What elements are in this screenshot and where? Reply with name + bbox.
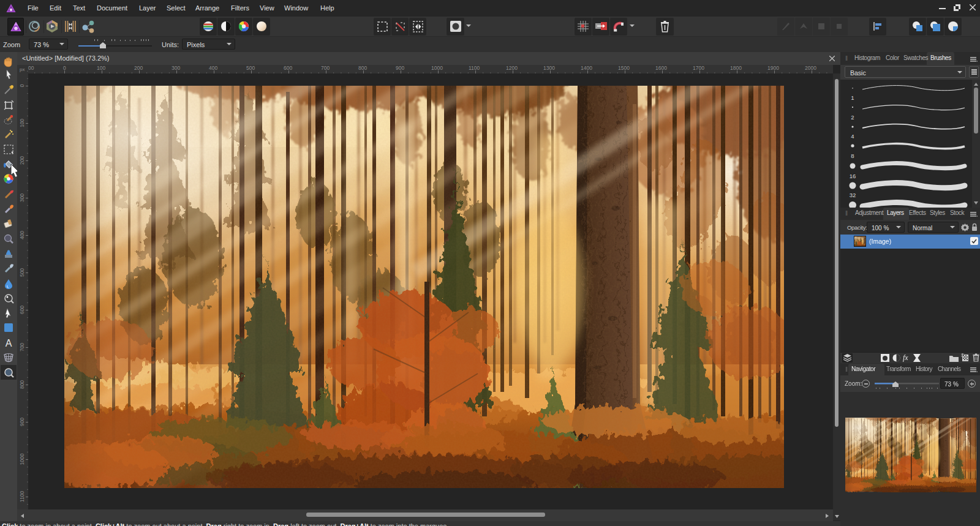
svg-text:1200: 1200	[506, 65, 518, 71]
svg-text:2: 2	[851, 114, 854, 121]
svg-text:1000: 1000	[431, 65, 443, 71]
svg-text:0: 0	[63, 65, 66, 71]
svg-text:1100: 1100	[469, 65, 480, 71]
svg-text:700: 700	[19, 343, 25, 351]
svg-text:8: 8	[851, 152, 854, 159]
svg-text:2000: 2000	[805, 65, 816, 71]
svg-text:1800: 1800	[730, 65, 742, 71]
svg-text:4: 4	[851, 133, 854, 140]
svg-text:1900: 1900	[767, 65, 779, 71]
svg-text:200: 200	[19, 156, 25, 165]
svg-text:100: 100	[19, 119, 25, 127]
svg-text:0: 0	[19, 84, 25, 87]
svg-text:500: 500	[19, 268, 25, 277]
svg-text:A: A	[6, 338, 12, 348]
svg-text:700: 700	[321, 65, 330, 71]
svg-text:1500: 1500	[618, 65, 630, 71]
svg-text:200: 200	[134, 65, 143, 71]
svg-text:300: 300	[172, 65, 180, 71]
svg-text:1300: 1300	[543, 65, 555, 71]
svg-text:400: 400	[209, 65, 217, 71]
svg-text:1100: 1100	[19, 491, 25, 503]
svg-text:1000: 1000	[19, 453, 25, 465]
svg-text:600: 600	[19, 306, 25, 314]
svg-text:400: 400	[19, 231, 25, 239]
svg-text:600: 600	[284, 65, 292, 71]
svg-text:800: 800	[19, 380, 25, 389]
svg-text:800: 800	[358, 65, 367, 71]
svg-text:1600: 1600	[655, 65, 667, 71]
svg-text:900: 900	[396, 65, 404, 71]
svg-text:1700: 1700	[693, 65, 704, 71]
svg-text:100: 100	[97, 65, 105, 71]
svg-text:300: 300	[19, 193, 25, 202]
svg-text:900: 900	[19, 418, 25, 426]
svg-text:16: 16	[850, 173, 856, 179]
svg-text:00: 00	[28, 65, 34, 71]
svg-text:1: 1	[851, 94, 854, 101]
svg-text:1400: 1400	[581, 65, 592, 71]
svg-text:500: 500	[246, 65, 255, 71]
svg-text:32: 32	[850, 192, 856, 198]
